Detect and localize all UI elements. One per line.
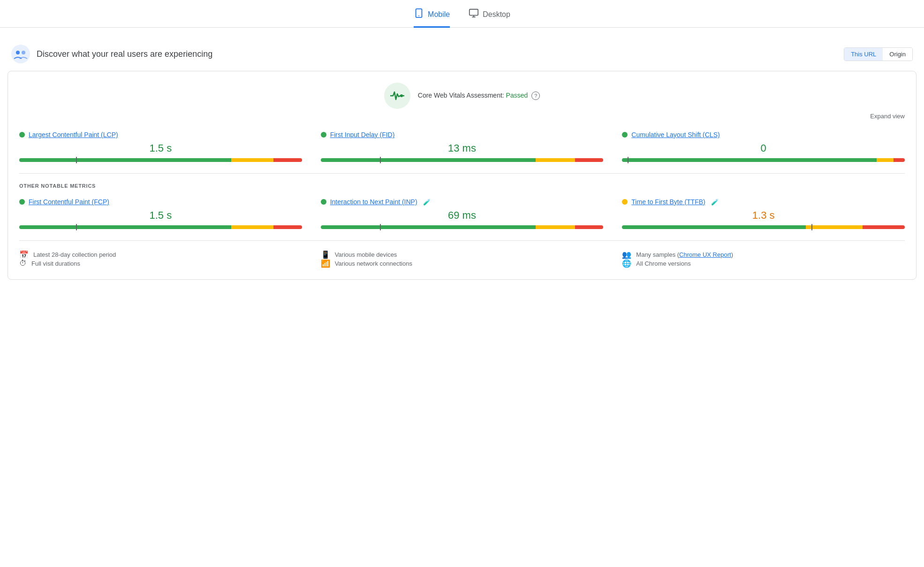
svg-point-5	[11, 45, 30, 63]
footer-item-1-1: 📶Various network connections	[321, 259, 604, 268]
inp-name[interactable]: Interaction to Next Paint (INP)	[330, 198, 417, 206]
footer-col-0: 📅Latest 28-day collection period⏱Full vi…	[19, 250, 302, 268]
tab-desktop[interactable]: Desktop	[469, 8, 510, 28]
tab-mobile-label: Mobile	[428, 10, 450, 19]
inp-lab-icon: 🧪	[423, 199, 431, 206]
lcp-name[interactable]: Largest Contentful Paint (LCP)	[29, 131, 118, 138]
inp-value: 69 ms	[321, 209, 604, 222]
metric-item-fcp: First Contentful Paint (FCP)1.5 s	[19, 198, 302, 229]
metric-item-fid: First Input Delay (FID)13 ms	[321, 131, 604, 162]
cwv-assessment-label: Core Web Vitals Assessment:	[418, 92, 504, 99]
lcp-value: 1.5 s	[19, 142, 302, 154]
footer-text-1-1: Various network connections	[335, 260, 412, 267]
footer-item-0-0: 📅Latest 28-day collection period	[19, 250, 302, 259]
tab-bar: Mobile Desktop	[0, 0, 924, 28]
footer-icon-1-0: 📱	[321, 250, 330, 259]
metric-item-inp: Interaction to Next Paint (INP)🧪69 ms	[321, 198, 604, 229]
cwv-status: Passed	[506, 92, 528, 99]
cwv-help-icon[interactable]: ?	[531, 92, 540, 100]
ttfb-dot	[622, 199, 628, 205]
fcp-name[interactable]: First Contentful Paint (FCP)	[29, 198, 109, 206]
footer-text-0-1: Full visit durations	[31, 260, 80, 267]
origin-button[interactable]: Origin	[883, 48, 912, 61]
lcp-dot	[19, 132, 25, 138]
metric-item-ttfb: Time to First Byte (TTFB)🧪1.3 s	[622, 198, 905, 229]
header-left: Discover what your real users are experi…	[11, 45, 212, 63]
lcp-gauge	[19, 158, 302, 162]
cwv-icon-circle	[384, 83, 410, 109]
ttfb-value: 1.3 s	[622, 209, 905, 222]
mobile-icon	[414, 8, 424, 21]
footer-col-2: 👥Many samples (Chrome UX Report)🌐All Chr…	[622, 250, 905, 268]
cls-name[interactable]: Cumulative Layout Shift (CLS)	[631, 131, 720, 138]
footer-text-2-0: Many samples (Chrome UX Report)	[636, 251, 733, 258]
cwv-header: Core Web Vitals Assessment: Passed ?	[19, 83, 905, 109]
inp-dot	[321, 199, 326, 205]
fcp-value: 1.5 s	[19, 209, 302, 222]
tab-desktop-label: Desktop	[483, 10, 510, 19]
footer-link-2-0[interactable]: Chrome UX Report	[679, 251, 731, 258]
svg-point-6	[16, 51, 20, 54]
footer-icon-0-0: 📅	[19, 250, 29, 259]
fcp-dot	[19, 199, 25, 205]
desktop-icon	[469, 8, 479, 21]
cls-value: 0	[622, 142, 905, 154]
svg-rect-2	[470, 9, 478, 15]
metric-item-lcp: Largest Contentful Paint (LCP)1.5 s	[19, 131, 302, 162]
users-icon	[11, 45, 30, 63]
fid-name[interactable]: First Input Delay (FID)	[330, 131, 395, 138]
svg-point-7	[22, 51, 25, 54]
url-origin-toggle: This URL Origin	[844, 47, 913, 61]
footer-icon-2-0: 👥	[622, 250, 631, 259]
footer-icon-0-1: ⏱	[19, 259, 27, 268]
other-metrics-label: OTHER NOTABLE METRICS	[19, 183, 905, 189]
section-title: Discover what your real users are experi…	[37, 49, 212, 59]
footer-icon-2-1: 🌐	[622, 259, 631, 268]
svg-point-8	[400, 94, 403, 97]
cls-gauge	[622, 158, 905, 162]
footer-text-2-1: All Chrome versions	[636, 260, 690, 267]
ttfb-gauge	[622, 225, 905, 229]
footer-item-1-0: 📱Various mobile devices	[321, 250, 604, 259]
footer-item-2-1: 🌐All Chrome versions	[622, 259, 905, 268]
core-metrics-grid: Largest Contentful Paint (LCP)1.5 sFirst…	[19, 131, 905, 162]
footer-item-0-1: ⏱Full visit durations	[19, 259, 302, 268]
cwv-title: Core Web Vitals Assessment: Passed ?	[418, 92, 540, 100]
other-metrics-grid: First Contentful Paint (FCP)1.5 sInterac…	[19, 198, 905, 229]
footer-icon-1-1: 📶	[321, 259, 330, 268]
ttfb-lab-icon: 🧪	[711, 199, 719, 206]
footer-item-2-0: 👥Many samples (Chrome UX Report)	[622, 250, 905, 259]
section-divider	[19, 173, 905, 174]
footer-text-1-0: Various mobile devices	[335, 251, 397, 258]
fid-value: 13 ms	[321, 142, 604, 154]
pulse-icon	[390, 90, 404, 101]
svg-point-1	[418, 15, 419, 16]
this-url-button[interactable]: This URL	[844, 48, 883, 61]
section-header: Discover what your real users are experi…	[0, 37, 924, 71]
footer-info: 📅Latest 28-day collection period⏱Full vi…	[19, 240, 905, 268]
metric-item-cls: Cumulative Layout Shift (CLS)0	[622, 131, 905, 162]
footer-text-0-0: Latest 28-day collection period	[33, 251, 116, 258]
ttfb-name[interactable]: Time to First Byte (TTFB)	[631, 198, 705, 206]
inp-gauge	[321, 225, 604, 229]
fid-gauge	[321, 158, 604, 162]
tab-mobile[interactable]: Mobile	[414, 8, 450, 28]
footer-col-1: 📱Various mobile devices📶Various network …	[321, 250, 604, 268]
cls-dot	[622, 132, 628, 138]
expand-view[interactable]: Expand view	[19, 113, 905, 120]
main-card: Core Web Vitals Assessment: Passed ? Exp…	[8, 71, 916, 280]
fid-dot	[321, 132, 326, 138]
fcp-gauge	[19, 225, 302, 229]
